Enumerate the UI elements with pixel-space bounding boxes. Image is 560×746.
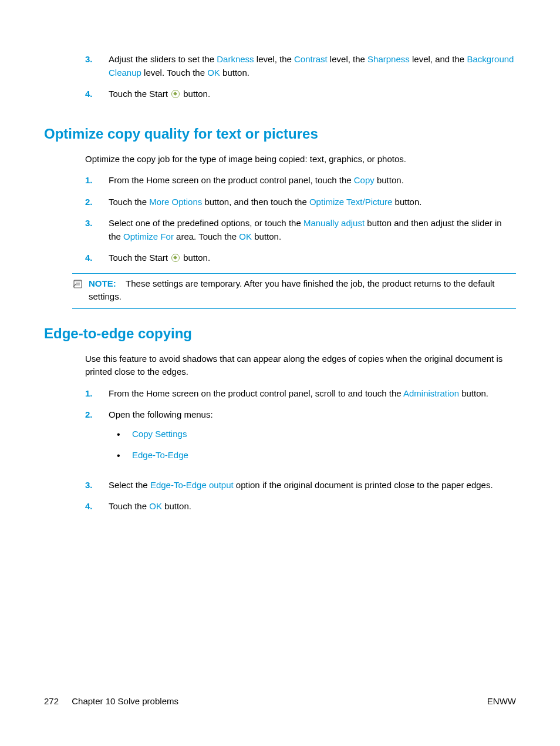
section0-step3: 3. Adjust the sliders to set the Darknes… [85,53,516,88]
section1-step4: 4. Touch the Start button. [85,251,516,273]
step-text: Select the Edge-To-Edge output option if… [109,480,493,490]
section1-step3: 3. Select one of the predefined options,… [85,217,516,251]
step-number: 1. [85,174,93,187]
ui-ok: OK [149,501,162,511]
section0-step4: 4. Touch the Start button. [85,88,516,109]
section0-steps: 3. Adjust the sliders to set the Darknes… [85,53,516,109]
ui-ok: OK [207,68,220,78]
ui-edge-to-edge: Edge-To-Edge [132,450,188,460]
ui-administration: Administration [403,388,459,398]
ui-optimize-text-picture: Optimize Text/Picture [309,197,392,207]
svg-rect-0 [74,280,82,288]
section2-intro: Use this feature to avoid shadows that c… [85,352,516,379]
step-number: 4. [85,500,93,513]
step-number: 3. [85,217,93,230]
ui-ok: OK [239,231,252,241]
step-text: From the Home screen on the product cont… [109,175,404,185]
step-text: Adjust the sliders to set the Darkness l… [109,54,514,78]
step-number: 2. [85,196,93,209]
footer-right: ENWW [487,696,516,706]
section2-step2: 2. Open the following menus: Copy Settin… [85,408,516,479]
section2-step2-submenu: Copy Settings Edge-To-Edge [109,428,516,471]
footer-left: 272 Chapter 10 Solve problems [44,696,178,706]
section1-intro: Optimize the copy job for the type of im… [85,153,516,166]
section2-step1: 1. From the Home screen on the product c… [85,387,516,409]
submenu-item-copy-settings: Copy Settings [109,428,516,449]
step-number: 4. [85,88,93,101]
start-icon [171,254,180,262]
ui-darkness: Darkness [217,54,254,64]
heading-optimize-copy: Optimize copy quality for text or pictur… [44,123,516,145]
ui-optimize-for: Optimize For [123,231,174,241]
note-text: These settings are temporary. After you … [89,278,495,302]
chapter-title: Chapter 10 Solve problems [72,696,178,706]
page-footer: 272 Chapter 10 Solve problems ENWW [44,696,516,706]
step-number: 3. [85,53,93,66]
start-icon [171,90,180,98]
section2-step3: 3. Select the Edge-To-Edge output option… [85,479,516,500]
step-text: Touch the Start button. [109,89,210,99]
heading-edge-to-edge: Edge-to-edge copying [44,323,516,344]
step-text: Touch the Start button. [109,253,210,263]
ui-copy-settings: Copy Settings [132,429,187,439]
ui-contrast: Contrast [294,54,328,64]
step-number: 2. [85,408,93,422]
submenu-item-edge-to-edge: Edge-To-Edge [109,449,516,471]
step-text: Select one of the predefined options, or… [109,218,502,241]
ui-manually-adjust: Manually adjust [303,218,365,228]
section1-step1: 1. From the Home screen on the product c… [85,174,516,196]
step-text: From the Home screen on the product cont… [109,388,488,398]
section1-step2: 2. Touch the More Options button, and th… [85,196,516,217]
note-icon [72,278,84,289]
ui-copy: Copy [354,175,375,185]
ui-sharpness: Sharpness [367,54,410,64]
step-number: 1. [85,387,93,401]
step-text: Touch the More Options button, and then … [109,197,421,207]
page-content: 3. Adjust the sliders to set the Darknes… [44,53,516,522]
page: 3. Adjust the sliders to set the Darknes… [0,0,560,746]
ui-more-options: More Options [149,197,202,207]
section1-steps: 1. From the Home screen on the product c… [85,174,516,273]
step-text: Open the following menus: [109,409,213,419]
note-box: NOTE: These settings are temporary. Afte… [72,273,516,309]
step-number: 4. [85,251,93,265]
note-body: NOTE: These settings are temporary. Afte… [72,277,516,304]
ui-edge-to-edge-output: Edge-To-Edge output [150,480,234,490]
section2-steps: 1. From the Home screen on the product c… [85,387,516,522]
step-text: Touch the OK button. [109,501,191,511]
note-label: NOTE: [89,278,116,288]
step-number: 3. [85,479,93,492]
page-number: 272 [44,696,59,706]
section2-step4: 4. Touch the OK button. [85,500,516,522]
